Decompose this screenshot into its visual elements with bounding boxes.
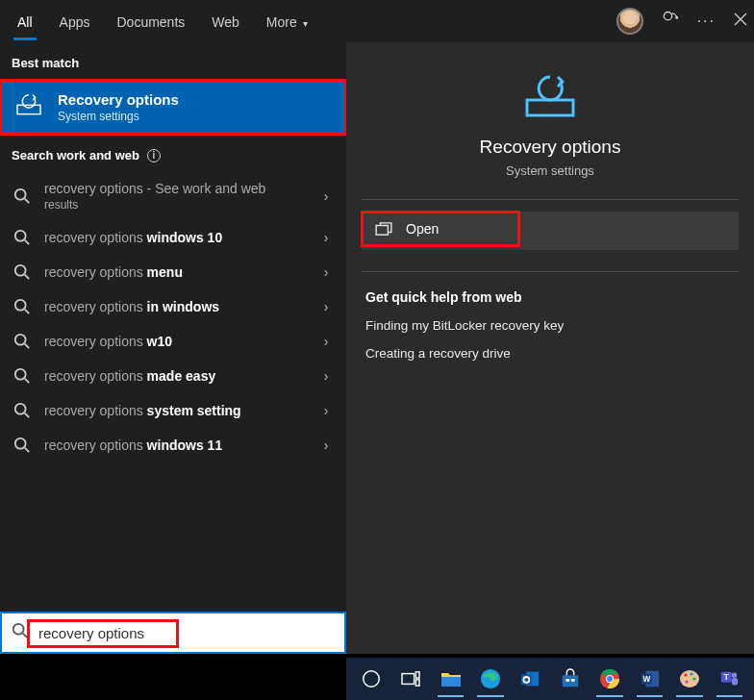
svg-rect-24 <box>571 679 575 682</box>
taskbar-app-outlook[interactable] <box>512 660 549 698</box>
svg-point-3 <box>15 189 26 200</box>
open-label: Open <box>406 221 439 237</box>
search-icon <box>13 188 31 205</box>
svg-rect-17 <box>416 680 420 686</box>
search-icon <box>13 367 31 385</box>
chevron-right-icon[interactable]: › <box>314 230 339 245</box>
svg-point-7 <box>15 335 26 345</box>
suggestion-text: recovery options system setting <box>44 403 314 418</box>
suggestion-item[interactable]: recovery options - See work and webresul… <box>0 172 346 220</box>
rewards-icon[interactable] <box>661 10 680 33</box>
taskbar-app-teams[interactable]: T <box>711 660 748 698</box>
preview-pane: Recovery options System settings Open <box>346 42 754 654</box>
svg-point-0 <box>664 12 671 20</box>
info-icon[interactable]: i <box>147 149 161 162</box>
chevron-right-icon[interactable]: › <box>314 403 339 418</box>
taskbar-taskview-icon[interactable] <box>391 660 429 698</box>
taskbar-cortana-icon[interactable] <box>352 660 390 698</box>
taskbar-app-chrome[interactable] <box>591 660 628 698</box>
chevron-right-icon[interactable]: › <box>314 368 339 384</box>
search-input[interactable] <box>38 625 335 641</box>
svg-point-38 <box>732 673 738 679</box>
svg-text:T: T <box>724 673 729 682</box>
taskbar-app-store[interactable] <box>551 660 589 698</box>
windows-search-panel: All Apps Documents Web More▾ ··· Best ma… <box>0 0 754 654</box>
svg-point-1 <box>675 17 677 19</box>
options-icon[interactable]: ··· <box>697 12 716 30</box>
quick-help-heading: Get quick help from web <box>365 289 735 305</box>
svg-rect-11 <box>527 100 573 115</box>
svg-text:W: W <box>642 675 650 684</box>
svg-rect-39 <box>732 678 738 685</box>
suggestion-text: recovery options windows 10 <box>44 230 314 245</box>
search-web-header: Search work and web i <box>0 135 346 172</box>
preview-subtitle: System settings <box>506 163 594 178</box>
suggestion-item[interactable]: recovery options made easy› <box>0 359 346 393</box>
svg-point-13 <box>13 624 24 635</box>
taskbar-app-explorer[interactable] <box>432 660 469 698</box>
help-link-bitlocker[interactable]: Finding my BitLocker recovery key <box>365 318 735 333</box>
taskbar-app-edge[interactable] <box>471 660 509 698</box>
svg-rect-15 <box>402 674 415 685</box>
taskbar-app-paint[interactable] <box>670 660 708 698</box>
suggestion-item[interactable]: recovery options windows 11› <box>0 428 346 462</box>
taskbar-app-word[interactable]: W <box>631 660 668 698</box>
open-action[interactable]: Open <box>362 212 519 246</box>
suggestion-item[interactable]: recovery options system setting› <box>0 393 346 428</box>
tab-documents[interactable]: Documents <box>103 3 198 40</box>
svg-point-32 <box>684 673 687 676</box>
suggestion-text: recovery options windows 11 <box>44 438 314 453</box>
recovery-icon <box>13 92 44 123</box>
preview-title: Recovery options <box>480 137 621 158</box>
svg-rect-16 <box>416 672 420 678</box>
svg-point-14 <box>363 671 379 688</box>
help-link-recovery-drive[interactable]: Creating a recovery drive <box>365 346 735 361</box>
chevron-right-icon[interactable]: › <box>314 334 339 349</box>
tab-more[interactable]: More▾ <box>253 3 321 40</box>
svg-point-6 <box>15 300 26 311</box>
suggestion-text: recovery options in windows <box>44 299 314 314</box>
tab-web[interactable]: Web <box>198 3 253 40</box>
svg-point-33 <box>690 672 692 675</box>
best-match-header: Best match <box>0 42 346 80</box>
suggestion-text: recovery options menu <box>44 264 314 280</box>
svg-point-9 <box>15 404 26 414</box>
close-icon[interactable] <box>733 12 748 31</box>
taskbar: W T <box>346 658 754 700</box>
separator <box>362 199 739 200</box>
action-bar: Open <box>362 212 739 250</box>
best-match-title: Recovery options <box>58 91 179 108</box>
chevron-right-icon[interactable]: › <box>314 264 339 280</box>
svg-rect-23 <box>566 679 569 682</box>
search-icon <box>13 333 31 350</box>
best-match-subtitle: System settings <box>58 110 179 123</box>
svg-point-10 <box>15 438 26 449</box>
svg-point-34 <box>692 677 695 680</box>
svg-point-27 <box>607 676 613 682</box>
chevron-down-icon: ▾ <box>303 18 308 29</box>
suggestion-item[interactable]: recovery options windows 10› <box>0 220 346 255</box>
best-match-result[interactable]: Recovery options System settings <box>0 80 346 135</box>
svg-point-35 <box>685 680 688 683</box>
suggestion-item[interactable]: recovery options w10› <box>0 324 346 359</box>
search-icon <box>13 437 31 454</box>
chevron-right-icon[interactable]: › <box>314 299 339 314</box>
search-box[interactable] <box>0 612 346 654</box>
search-icon <box>13 263 31 281</box>
svg-point-8 <box>15 369 26 380</box>
open-icon <box>375 222 392 236</box>
tab-all[interactable]: All <box>4 3 46 40</box>
svg-point-4 <box>15 231 26 241</box>
chevron-right-icon[interactable]: › <box>314 188 339 204</box>
suggestion-item[interactable]: recovery options in windows› <box>0 289 346 324</box>
quick-help-section: Get quick help from web Finding my BitLo… <box>346 272 754 361</box>
results-list: Best match Recovery options System setti… <box>0 42 346 654</box>
svg-rect-22 <box>562 675 578 687</box>
user-avatar[interactable] <box>616 8 643 35</box>
chevron-right-icon[interactable]: › <box>314 438 339 453</box>
suggestion-item[interactable]: recovery options menu› <box>0 255 346 289</box>
tab-apps[interactable]: Apps <box>46 3 104 40</box>
suggestion-text: recovery options - See work and webresul… <box>44 181 314 212</box>
suggestion-text: recovery options w10 <box>44 334 314 349</box>
search-icon <box>13 229 31 246</box>
